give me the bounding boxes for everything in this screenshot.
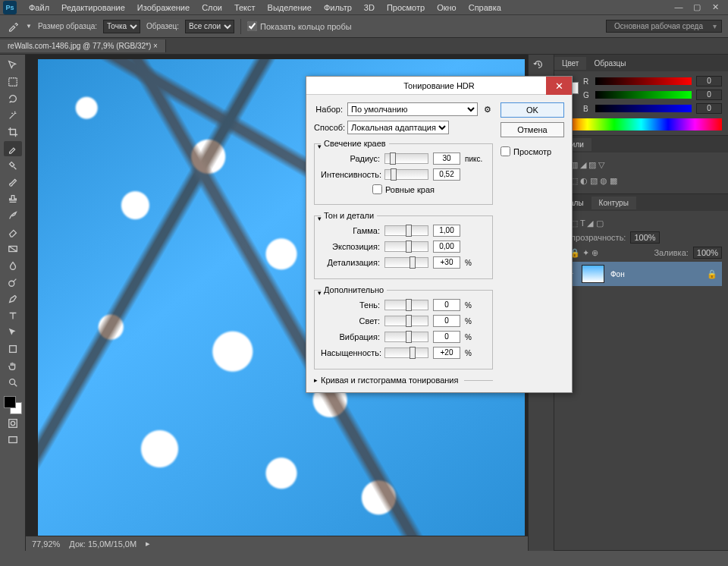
hdr-toning-dialog: Тонирование HDR ✕ Набор:По умолчанию⚙ Сп… <box>306 76 573 393</box>
strength-label: Интенсивность: <box>321 170 380 179</box>
gear-icon[interactable]: ⚙ <box>482 105 493 115</box>
workspace-selector[interactable]: Основная рабочая среда <box>606 20 722 33</box>
menu-image[interactable]: Изображение <box>131 2 196 14</box>
color-swatch[interactable] <box>4 396 22 414</box>
eraser-tool-icon[interactable] <box>4 225 22 240</box>
screenmode-icon[interactable] <box>4 432 22 448</box>
window-maximize-icon[interactable]: ▢ <box>692 2 702 12</box>
menu-view[interactable]: Просмотр <box>381 2 431 14</box>
hand-tool-icon[interactable] <box>4 358 22 373</box>
radius-label: Радиус: <box>321 154 380 163</box>
menu-select[interactable]: Выделение <box>262 2 318 14</box>
dialog-close-button[interactable]: ✕ <box>546 77 572 95</box>
gamma-value[interactable]: 1,00 <box>433 225 460 237</box>
path-tool-icon[interactable] <box>4 325 22 340</box>
history-panel-icon[interactable] <box>533 59 550 76</box>
history-brush-icon[interactable] <box>4 208 22 223</box>
vibrance-value[interactable]: 0 <box>433 331 460 343</box>
marquee-tool-icon[interactable] <box>4 74 22 90</box>
gamma-slider[interactable] <box>384 225 428 236</box>
heal-tool-icon[interactable] <box>4 158 22 173</box>
opacity-value[interactable]: 100% <box>630 231 659 244</box>
window-minimize-icon[interactable]: — <box>673 2 684 12</box>
saturation-slider[interactable] <box>384 347 428 358</box>
menubar: Ps Файл Редактирование Изображение Слои … <box>0 0 728 15</box>
status-bar: 77,92% Док: 15,0M/15,0M ▸ <box>26 536 528 551</box>
menu-3d[interactable]: 3D <box>358 2 381 14</box>
menu-help[interactable]: Справка <box>463 2 507 14</box>
tab-swatches[interactable]: Образцы <box>586 57 633 70</box>
menu-filter[interactable]: Фильтр <box>318 2 358 14</box>
cancel-button[interactable]: Отмена <box>500 122 564 137</box>
curve-section[interactable]: ▸Кривая и гистограмма тонирования <box>314 376 493 385</box>
vibrance-slider[interactable] <box>384 332 428 342</box>
method-label: Способ: <box>314 123 343 132</box>
document-tabs: reWalls.com-1486.jpg @ 77,9% (RGB/32*) × <box>0 38 728 55</box>
slider-g[interactable] <box>595 91 692 99</box>
spectrum-bar[interactable] <box>560 118 722 130</box>
value-r[interactable]: 0 <box>696 76 722 86</box>
slider-r[interactable] <box>595 77 692 85</box>
sample-select[interactable]: Все слои <box>185 20 234 33</box>
highlight-value[interactable]: 0 <box>433 315 460 327</box>
svg-rect-7 <box>8 437 17 443</box>
fill-value[interactable]: 100% <box>693 247 722 259</box>
collapse-icon[interactable]: ▾ <box>318 143 322 150</box>
pen-tool-icon[interactable] <box>4 291 22 307</box>
preview-checkbox[interactable]: Просмотр <box>500 146 564 156</box>
detail-slider[interactable] <box>384 257 428 268</box>
shadow-value[interactable]: 0 <box>433 299 460 311</box>
eyedropper-tool-icon[interactable] <box>4 141 22 156</box>
chevron-down-icon[interactable]: ▼ <box>26 23 32 30</box>
zoom-level[interactable]: 77,92% <box>32 539 60 549</box>
menu-layer[interactable]: Слои <box>196 2 228 14</box>
slider-b[interactable] <box>595 105 692 112</box>
quickmask-icon[interactable] <box>4 416 22 431</box>
advanced-legend: Дополнительно <box>321 285 387 294</box>
type-tool-icon[interactable] <box>4 308 22 323</box>
gradient-tool-icon[interactable] <box>4 241 22 256</box>
tab-paths[interactable]: Контуры <box>592 197 636 209</box>
stamp-tool-icon[interactable] <box>4 191 22 206</box>
menu-window[interactable]: Окно <box>431 2 463 14</box>
detail-value[interactable]: +30 <box>433 256 460 269</box>
radius-value[interactable]: 30 <box>433 153 460 165</box>
blur-tool-icon[interactable] <box>4 258 22 273</box>
wand-tool-icon[interactable] <box>4 108 22 123</box>
dialog-titlebar[interactable]: Тонирование HDR ✕ <box>306 77 572 95</box>
document-tab[interactable]: reWalls.com-1486.jpg @ 77,9% (RGB/32*) × <box>0 39 166 52</box>
saturation-value[interactable]: +20 <box>433 347 460 359</box>
highlight-slider[interactable] <box>384 316 428 326</box>
move-tool-icon[interactable] <box>4 58 22 73</box>
chevron-right-icon[interactable]: ▸ <box>146 539 150 549</box>
value-g[interactable]: 0 <box>696 90 722 100</box>
shadow-slider[interactable] <box>384 300 428 310</box>
exposure-value[interactable]: 0,00 <box>433 241 460 253</box>
method-select[interactable]: Локальная адаптация <box>347 121 449 134</box>
dodge-tool-icon[interactable] <box>4 275 22 290</box>
value-b[interactable]: 0 <box>696 103 722 114</box>
ok-button[interactable]: OK <box>500 102 564 118</box>
lock-icon[interactable]: 🔒 <box>707 269 717 279</box>
sample-size-select[interactable]: Точка <box>103 20 140 33</box>
smooth-edges-checkbox[interactable]: Ровные края <box>372 184 435 194</box>
menu-edit[interactable]: Редактирование <box>55 2 131 14</box>
brush-tool-icon[interactable] <box>4 175 22 190</box>
lasso-tool-icon[interactable] <box>4 91 22 106</box>
radius-slider[interactable] <box>384 153 428 164</box>
preset-select[interactable]: По умолчанию <box>347 102 478 116</box>
strength-slider[interactable] <box>384 169 428 180</box>
window-close-icon[interactable]: ✕ <box>710 2 720 12</box>
collapse-icon[interactable]: ▾ <box>318 289 322 297</box>
crop-tool-icon[interactable] <box>4 124 22 140</box>
shape-tool-icon[interactable] <box>4 341 22 357</box>
layer-row[interactable]: 👁 Фон 🔒 <box>560 262 722 286</box>
menu-file[interactable]: Файл <box>23 2 55 14</box>
exposure-slider[interactable] <box>384 241 428 252</box>
menu-text[interactable]: Текст <box>228 2 262 14</box>
tab-color[interactable]: Цвет <box>554 57 586 70</box>
strength-value[interactable]: 0,52 <box>433 168 460 181</box>
collapse-icon[interactable]: ▾ <box>318 215 322 222</box>
show-ring-checkbox[interactable]: Показать кольцо пробы <box>247 21 352 31</box>
zoom-tool-icon[interactable] <box>4 375 22 390</box>
